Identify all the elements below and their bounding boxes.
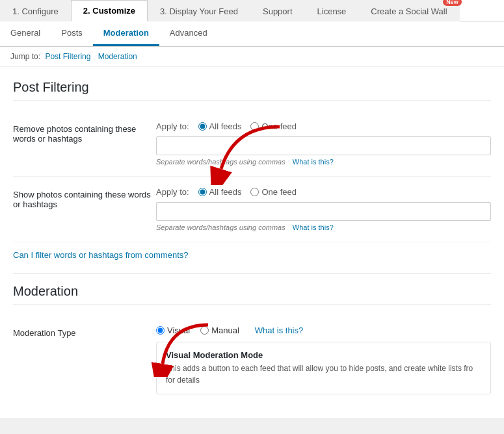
post-filtering-title: Post Filtering [13,80,491,101]
show-one-feed-option[interactable]: One feed [250,187,297,197]
mod-info-box-title: Visual Moderation Mode [166,350,481,360]
mod-manual-label: Manual [211,326,239,335]
mod-visual-option[interactable]: Visual [156,326,190,335]
remove-all-feeds-radio[interactable] [198,122,207,131]
show-radio-group: All feeds One feed [198,187,297,197]
subtab-moderation[interactable]: Moderation [93,21,159,46]
tab-display[interactable]: 3. Display Your Feed [148,0,250,21]
sub-tabs: General Posts Moderation Advanced [0,21,504,47]
show-hint-text: Separate words/hashtags using commas [156,223,285,231]
show-what-link[interactable]: What is this? [293,223,334,231]
show-all-feeds-label: All feeds [209,187,242,197]
mod-radio-row: Visual Manual What is this? [156,326,491,335]
tab-license-label: License [317,6,347,16]
new-badge: New [443,0,462,6]
remove-photos-control: Apply to: All feeds One feed Se [156,121,491,166]
show-all-feeds-option[interactable]: All feeds [198,187,242,197]
page-wrapper: 1. Configure 2. Customize 3. Display You… [0,0,504,418]
remove-one-feed-option[interactable]: One feed [250,121,297,131]
jump-to-label: Jump to: [10,52,40,61]
moderation-section: Moderation Moderation Type Visual Manual… [13,284,491,405]
remove-all-feeds-label: All feeds [209,121,242,131]
remove-photos-input[interactable] [156,136,491,155]
subtab-moderation-label: Moderation [103,28,149,38]
remove-hint-text: Separate words/hashtags using commas [156,158,285,166]
show-photos-input[interactable] [156,202,491,221]
remove-photos-label: Remove photos containing these words or … [13,121,156,144]
mod-type-label: Moderation Type [13,326,156,338]
mod-info-box-text: This adds a button to each feed that wil… [166,363,481,386]
subtab-advanced[interactable]: Advanced [159,21,218,46]
show-photos-hint: Separate words/hashtags using commas Wha… [156,223,491,231]
show-photos-label: Show photos containing these words or ha… [13,187,156,209]
tab-customize[interactable]: 2. Customize [71,0,148,21]
subtab-general-label: General [10,28,40,38]
tab-display-label: 3. Display Your Feed [160,6,238,16]
subtab-posts[interactable]: Posts [51,21,93,46]
remove-all-feeds-option[interactable]: All feeds [198,121,242,131]
remove-radio-group: All feeds One feed [198,121,297,131]
jump-to-post-filtering[interactable]: Post Filtering [45,52,90,61]
filter-link-row: Can I filter words or hashtags from comm… [13,242,491,268]
jump-to-moderation[interactable]: Moderation [98,52,137,61]
mod-visual-radio[interactable] [156,326,165,335]
remove-one-feed-label: One feed [261,121,297,131]
remove-one-feed-radio[interactable] [250,122,259,131]
tab-support[interactable]: Support [250,0,305,21]
main-tabs: 1. Configure 2. Customize 3. Display You… [0,0,504,21]
tab-configure-label: 1. Configure [12,6,59,16]
tab-customize-label: 2. Customize [83,6,135,16]
remove-apply-to-label: Apply to: [156,121,189,131]
mod-type-control: Visual Manual What is this? Visual Moder… [156,326,491,394]
jump-to-bar: Jump to: Post Filtering Moderation [0,47,504,67]
remove-photos-row: Remove photos containing these words or … [13,111,491,177]
tab-configure[interactable]: 1. Configure [0,0,71,21]
subtab-general[interactable]: General [0,21,51,46]
show-photos-control: Apply to: All feeds One feed Se [156,187,491,231]
tab-support-label: Support [263,6,293,16]
remove-photos-hint: Separate words/hashtags using commas Wha… [156,158,491,166]
mod-info-box: Visual Moderation Mode This adds a butto… [156,342,491,394]
filter-comments-link[interactable]: Can I filter words or hashtags from comm… [13,250,189,260]
tab-create-social-wall-label: Create a Social Wall [371,6,447,16]
mod-manual-radio[interactable] [200,326,209,335]
section-divider [13,273,491,274]
show-photos-row: Show photos containing these words or ha… [13,177,491,242]
subtab-advanced-label: Advanced [170,28,207,38]
tab-license[interactable]: License [305,0,359,21]
mod-visual-label: Visual [167,326,190,335]
show-apply-to-label: Apply to: [156,187,189,197]
content-area: Post Filtering Remove photos containing … [0,67,504,418]
subtab-posts-label: Posts [61,28,83,38]
tab-create-social-wall[interactable]: Create a Social Wall New [358,0,459,21]
moderation-title: Moderation [13,284,491,305]
remove-apply-to-row: Apply to: All feeds One feed [156,121,491,131]
show-one-feed-label: One feed [261,187,297,197]
show-one-feed-radio[interactable] [250,188,259,196]
mod-what-link[interactable]: What is this? [255,326,303,335]
show-apply-to-row: Apply to: All feeds One feed [156,187,491,197]
remove-what-link[interactable]: What is this? [293,158,334,166]
mod-type-row: Moderation Type Visual Manual What is th… [13,315,491,405]
mod-manual-option[interactable]: Manual [200,326,239,335]
show-all-feeds-radio[interactable] [198,188,207,196]
